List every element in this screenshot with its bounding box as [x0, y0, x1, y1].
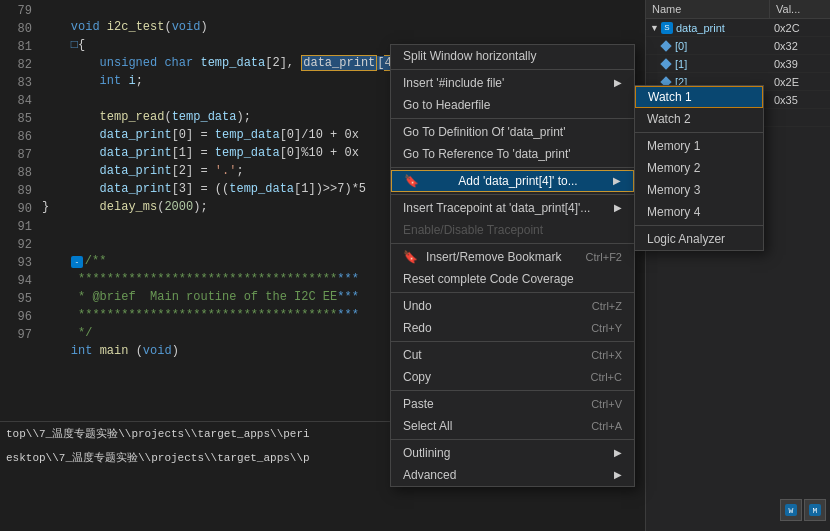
data-print-value: 0x2C [770, 22, 830, 34]
menu-item-undo[interactable]: Undo Ctrl+Z [391, 295, 634, 317]
bookmark-icon: 🔖 [404, 170, 419, 192]
watch-row-data-print[interactable]: ▼ S data_print 0x2C [646, 19, 830, 37]
submenu-divider-2 [635, 225, 763, 226]
menu-item-outlining[interactable]: Outlining ▶ [391, 442, 634, 464]
menu-divider-1 [391, 69, 634, 70]
submenu-item-watch2[interactable]: Watch 2 [635, 108, 763, 130]
watch-icon-2[interactable]: M [804, 499, 826, 521]
submenu-item-memory4[interactable]: Memory 4 [635, 201, 763, 223]
watch-col-name-header: Name [646, 0, 770, 18]
submenu-item-memory2[interactable]: Memory 2 [635, 157, 763, 179]
watch-icon-1[interactable]: W [780, 499, 802, 521]
menu-item-cut[interactable]: Cut Ctrl+X [391, 344, 634, 366]
submenu-arrow-icon: ▶ [613, 170, 621, 192]
struct-icon: S [661, 22, 673, 34]
menu-item-insert-tracepoint[interactable]: Insert Tracepoint at 'data_print[4]'... … [391, 197, 634, 219]
watch-row-1: [1] 0x39 [646, 55, 830, 73]
menu-item-insert-include[interactable]: Insert '#include file' ▶ [391, 72, 634, 94]
menu-divider-4 [391, 194, 634, 195]
svg-text:M: M [813, 506, 818, 515]
field-val-3: 0x35 [770, 94, 830, 106]
submenu-arrow-icon-2: ▶ [614, 197, 622, 219]
menu-divider-7 [391, 341, 634, 342]
submenu-watch[interactable]: Watch 1 Watch 2 Memory 1 Memory 2 Memory… [634, 85, 764, 251]
watch-panel-header: Name Val... [646, 0, 830, 19]
field-val-1: 0x39 [770, 58, 830, 70]
watch-panel-bottom-icons: W M [780, 499, 826, 521]
menu-item-enable-tracepoint: Enable/Disable Tracepoint [391, 219, 634, 241]
menu-item-redo[interactable]: Redo Ctrl+Y [391, 317, 634, 339]
menu-item-goto-definition[interactable]: Go To Definition Of 'data_print' [391, 121, 634, 143]
submenu-item-logic-analyzer[interactable]: Logic Analyzer [635, 228, 763, 250]
menu-divider-5 [391, 243, 634, 244]
menu-item-split-window[interactable]: Split Window horizontally [391, 45, 634, 67]
context-menu[interactable]: Split Window horizontally Insert '#inclu… [390, 44, 635, 487]
expand-icon-data-print[interactable]: ▼ [650, 23, 659, 33]
outlining-arrow-icon: ▶ [614, 442, 622, 464]
submenu-item-memory3[interactable]: Memory 3 [635, 179, 763, 201]
menu-item-bookmark[interactable]: 🔖 Insert/Remove Bookmark Ctrl+F2 [391, 246, 634, 268]
watch-col-val-header: Val... [770, 0, 830, 18]
svg-text:W: W [789, 506, 794, 515]
field-name-1: [1] [675, 58, 687, 70]
field-val-2: 0x2E [770, 76, 830, 88]
icon-svg-2: M [808, 503, 822, 517]
menu-item-goto-reference[interactable]: Go To Reference To 'data_print' [391, 143, 634, 165]
field-name-0: [0] [675, 40, 687, 52]
field-diamond-icon-0 [660, 40, 671, 51]
icon-svg-1: W [784, 503, 798, 517]
menu-item-goto-header[interactable]: Go to Headerfile [391, 94, 634, 116]
menu-divider-2 [391, 118, 634, 119]
submenu-item-memory1[interactable]: Memory 1 [635, 135, 763, 157]
menu-item-copy[interactable]: Copy Ctrl+C [391, 366, 634, 388]
advanced-arrow-icon: ▶ [614, 464, 622, 486]
submenu-item-watch1[interactable]: Watch 1 [635, 86, 763, 108]
menu-divider-8 [391, 390, 634, 391]
field-val-0: 0x32 [770, 40, 830, 52]
submenu-divider [635, 132, 763, 133]
menu-divider-3 [391, 167, 634, 168]
bookmark2-icon: 🔖 [403, 246, 418, 268]
field-diamond-icon-1 [660, 58, 671, 69]
menu-divider-6 [391, 292, 634, 293]
menu-item-select-all[interactable]: Select All Ctrl+A [391, 415, 634, 437]
arrow-icon: ▶ [614, 72, 622, 94]
menu-item-advanced[interactable]: Advanced ▶ [391, 464, 634, 486]
menu-item-add-to[interactable]: 🔖 Add 'data_print[4]' to... ▶ [391, 170, 634, 192]
watch-panel: Name Val... ▼ S data_print 0x2C [0] 0x32… [645, 0, 830, 531]
watch-row-0: [0] 0x32 [646, 37, 830, 55]
menu-divider-9 [391, 439, 634, 440]
menu-item-paste[interactable]: Paste Ctrl+V [391, 393, 634, 415]
menu-item-reset-coverage[interactable]: Reset complete Code Coverage [391, 268, 634, 290]
data-print-name: data_print [676, 22, 725, 34]
